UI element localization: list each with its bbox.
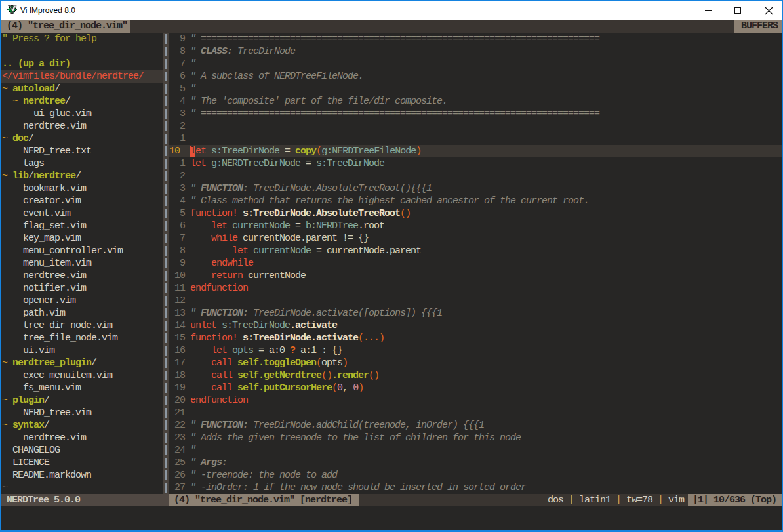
svg-text:m: m bbox=[10, 10, 14, 14]
